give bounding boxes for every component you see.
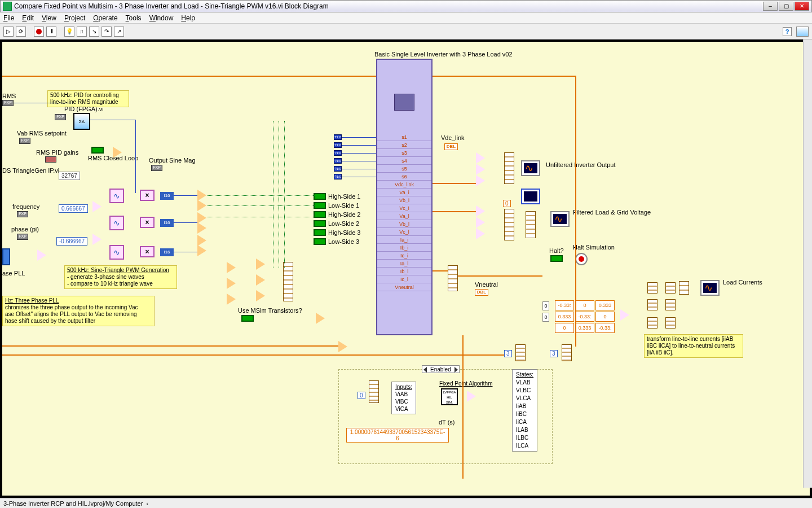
const-32767[interactable]: 32767 — [59, 172, 80, 180]
path-arrow-icon[interactable]: ‹ — [146, 500, 148, 507]
menu-edit[interactable]: Edit — [22, 14, 34, 22]
maximize-button[interactable]: ▢ — [779, 2, 793, 11]
select-node-1[interactable] — [113, 147, 122, 158]
cmp-bn[interactable] — [197, 222, 206, 234]
add-node-3[interactable] — [92, 234, 102, 245]
sub-a3[interactable] — [476, 175, 485, 186]
sub-a2[interactable] — [476, 164, 485, 175]
unbundle-3[interactable] — [647, 317, 657, 329]
menu-file[interactable]: File — [3, 14, 14, 22]
const-three-1[interactable]: 3 — [504, 350, 512, 357]
context-help-button[interactable]: ? — [783, 27, 792, 36]
pll-subvi[interactable] — [2, 248, 10, 265]
fp-subvi[interactable]: LVFPGAHILSIM. — [441, 388, 458, 405]
pause-button[interactable]: II — [46, 27, 56, 37]
cmp-b[interactable] — [197, 212, 206, 224]
graph-load-currents[interactable] — [700, 280, 720, 296]
case-unbundle[interactable] — [369, 380, 379, 403]
cmp-c[interactable] — [197, 235, 206, 246]
menu-view[interactable]: View — [42, 14, 56, 22]
menu-operate[interactable]: Operate — [93, 14, 117, 22]
cmp-cn[interactable] — [197, 245, 206, 256]
run-button[interactable]: ▷ — [3, 27, 14, 37]
vi-icon[interactable] — [796, 27, 809, 37]
sel-4[interactable] — [256, 259, 265, 270]
sel-6[interactable] — [256, 290, 265, 301]
unbundle-6[interactable] — [665, 317, 676, 329]
bundle-currents[interactable] — [448, 265, 458, 291]
unbundle-4[interactable] — [665, 282, 676, 294]
scrollbar-vertical[interactable] — [803, 40, 812, 488]
transform-matrix[interactable]: -0.33: 0 0.333 0.333 -0.33: 0 0 0.333 -0… — [555, 300, 615, 333]
sine-node-a[interactable]: ∿ — [109, 189, 124, 203]
cmp-an[interactable] — [197, 200, 206, 211]
case-selector[interactable]: Enabled — [422, 365, 460, 373]
sel-3[interactable] — [227, 294, 236, 305]
sel-pre-case[interactable] — [338, 341, 347, 352]
fp-out[interactable] — [467, 391, 476, 402]
menu-project[interactable]: Project — [64, 14, 85, 22]
graph-filtered[interactable] — [550, 211, 570, 227]
sub-b2[interactable] — [476, 217, 485, 228]
pid-subvi[interactable]: ΣΔ — [73, 113, 90, 130]
mult-c[interactable]: × — [140, 246, 155, 257]
bundle-filtered[interactable] — [504, 209, 514, 240]
run-continuous-button[interactable]: ⟳ — [16, 27, 26, 37]
sine-node-c[interactable]: ∿ — [109, 245, 124, 260]
mult-a[interactable]: × — [140, 190, 155, 201]
sel-2[interactable] — [227, 278, 236, 289]
abort-button[interactable] — [34, 27, 44, 37]
split-1[interactable] — [515, 344, 526, 361]
menu-help[interactable]: Help — [181, 14, 195, 22]
bundle-mid[interactable] — [283, 262, 293, 301]
split-2[interactable] — [562, 344, 572, 361]
highlight-button[interactable]: 💡 — [64, 27, 74, 37]
sine-node-b[interactable]: ∿ — [109, 216, 124, 230]
sub-b1[interactable] — [476, 205, 485, 217]
zero-const-1[interactable]: 0 — [503, 200, 511, 207]
matrix-idx0[interactable]: 0 — [542, 301, 549, 310]
use-msim-control[interactable] — [241, 315, 254, 322]
close-button[interactable]: ✕ — [795, 2, 809, 11]
retain-wire-button[interactable]: ⎍ — [77, 27, 87, 37]
step-out-button[interactable]: ↗ — [114, 27, 124, 37]
sel-1[interactable] — [227, 262, 236, 273]
unbundle-1[interactable] — [647, 282, 657, 294]
add-node[interactable] — [37, 249, 46, 261]
dt-const[interactable]: 1.000007614493370056152343375E-6 — [346, 428, 449, 443]
menu-tools[interactable]: Tools — [126, 14, 142, 22]
minimize-button[interactable]: – — [763, 2, 778, 11]
mult-b[interactable]: × — [140, 217, 155, 228]
sub-b3[interactable] — [476, 228, 485, 239]
halt-control[interactable] — [550, 255, 563, 262]
io-vn: Vneutral — [377, 283, 431, 291]
const-0666[interactable]: 0.666667 — [59, 204, 88, 213]
unbundle-5[interactable] — [665, 299, 676, 310]
sub-a1[interactable] — [476, 152, 485, 164]
io-ibi: Ib_i — [377, 244, 431, 252]
const-three-2[interactable]: 3 — [550, 350, 558, 357]
block-diagram-canvas[interactable]: Basic Single Level Inverter with 3 Phase… — [2, 42, 810, 496]
unbundle-2[interactable] — [647, 299, 657, 310]
graph-unfiltered-small[interactable] — [521, 160, 540, 176]
step-into-button[interactable]: ↘ — [89, 27, 99, 37]
add-node-2[interactable] — [92, 201, 102, 212]
sel-5[interactable] — [256, 274, 265, 286]
bundle-lc[interactable] — [679, 281, 689, 295]
step-over-button[interactable]: ↷ — [102, 27, 112, 37]
rms-closed-loop-control[interactable] — [91, 147, 104, 154]
zero-idx[interactable]: 0 — [358, 392, 365, 399]
stop-button-icon[interactable] — [575, 253, 588, 265]
bundle-filtered-2[interactable] — [526, 211, 536, 238]
inverter-subvi[interactable]: s1 s2 s3 s4 s5 s6 Vdc_link Va_i Vb_i Vc_… — [376, 59, 433, 335]
transform-comment: transform line-to-line currents [iiAB ii… — [644, 334, 743, 358]
phase-label: phase (pi) — [11, 226, 39, 233]
msim-select[interactable] — [316, 313, 325, 324]
const-n0666[interactable]: -0.666667 — [56, 237, 87, 246]
menu-window[interactable]: Window — [149, 14, 174, 22]
bundle-unfiltered[interactable] — [504, 152, 514, 184]
matrix-idx1[interactable]: 0 — [542, 313, 549, 322]
graph-placeholder[interactable] — [521, 189, 540, 204]
matmul-node[interactable] — [620, 309, 629, 321]
cmp-a[interactable] — [197, 190, 206, 201]
